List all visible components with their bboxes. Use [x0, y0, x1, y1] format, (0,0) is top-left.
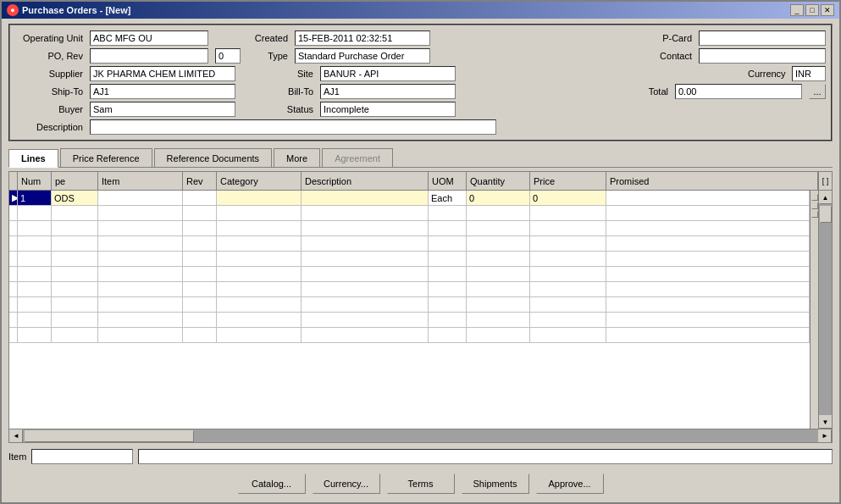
cell-num-1[interactable]: 1 [18, 191, 52, 205]
table-row[interactable] [9, 267, 810, 282]
minimize-button[interactable]: _ [790, 4, 804, 16]
tab-agreement: Agreement [322, 148, 393, 167]
col-rev-header: Rev [183, 172, 217, 190]
catalog-button[interactable]: Catalog... [238, 474, 306, 494]
table-row[interactable]: ▶ 1 ODS Each 0 0 [9, 191, 810, 206]
action-buttons: Catalog... Currency... Terms Shipments A… [8, 470, 833, 497]
shipments-button[interactable]: Shipments [462, 474, 529, 494]
scroll-left-button[interactable]: ◄ [9, 429, 23, 443]
table-row[interactable] [9, 252, 810, 267]
table-header: Num pe Item Rev Category Description UOM… [9, 172, 832, 191]
table-rows: ▶ 1 ODS Each 0 0 [9, 191, 810, 429]
col-price-header: Price [530, 172, 606, 190]
tabs-container: Lines Price Reference Reference Document… [8, 148, 833, 168]
window-title: Purchase Orders - [New] [22, 5, 130, 15]
contact-label: Contact [655, 51, 692, 61]
total-label: Total [631, 86, 668, 97]
cell-rev-1[interactable] [183, 191, 217, 205]
cell-item-1[interactable] [98, 191, 183, 205]
main-content: Operating Unit Created P-Card PO, Rev Ty… [2, 19, 839, 502]
table-row[interactable] [9, 282, 810, 297]
cell-category-1[interactable] [217, 191, 302, 205]
cell-promised-1[interactable] [606, 191, 810, 205]
table-row[interactable] [9, 313, 810, 328]
supplier-label: Supplier [15, 69, 83, 79]
close-button[interactable]: ✕ [821, 4, 834, 16]
buyer-label: Buyer [15, 104, 83, 114]
col-quantity-header: Quantity [467, 172, 530, 190]
po-rev-input[interactable] [90, 48, 208, 64]
site-input[interactable] [320, 66, 456, 81]
item-desc-input[interactable] [138, 449, 833, 464]
title-bar: ● Purchase Orders - [New] _ □ ✕ [2, 2, 839, 19]
table-container: Num pe Item Rev Category Description UOM… [8, 171, 833, 443]
type-label: Type [247, 51, 288, 61]
cell-quantity-1[interactable]: 0 [467, 191, 530, 205]
operating-unit-label: Operating Unit [15, 33, 83, 43]
pcard-input[interactable] [699, 30, 826, 46]
site-label: Site [273, 69, 313, 79]
buyer-input[interactable] [90, 102, 235, 117]
table-body: ▶ 1 ODS Each 0 0 [9, 191, 832, 429]
contact-input[interactable] [699, 48, 826, 64]
scroll-thumb[interactable] [820, 206, 832, 223]
col-description-header: Description [302, 172, 429, 190]
currency-input[interactable] [792, 66, 826, 81]
item-input[interactable] [31, 449, 133, 464]
hscroll-track[interactable] [23, 429, 818, 443]
cell-price-1[interactable]: 0 [530, 191, 606, 205]
ship-to-input[interactable] [90, 84, 235, 99]
tab-price-reference[interactable]: Price Reference [60, 148, 152, 167]
po-rev-num-input[interactable] [215, 48, 241, 64]
bill-to-input[interactable] [320, 84, 456, 99]
operating-unit-input[interactable] [90, 30, 208, 46]
table-row[interactable] [9, 206, 810, 221]
col-promised-header: Promised [606, 172, 818, 190]
columns-button[interactable]: [ ] [818, 172, 832, 190]
description-input[interactable] [90, 119, 496, 135]
total-button[interactable]: ... [809, 84, 826, 99]
total-input [675, 84, 802, 99]
bill-to-label: Bill-To [273, 86, 313, 97]
currency-button[interactable]: Currency... [313, 474, 380, 494]
supplier-input[interactable] [90, 66, 235, 81]
tab-reference-documents[interactable]: Reference Documents [154, 148, 272, 167]
type-input[interactable] [295, 48, 430, 64]
col-num-header: Num [18, 172, 52, 190]
created-input [295, 30, 430, 46]
table-row[interactable] [9, 236, 810, 252]
horizontal-scrollbar: ◄ ► [9, 429, 832, 442]
side-handles [810, 191, 818, 429]
col-item-header: Item [98, 172, 183, 190]
status-label: Status [273, 104, 313, 114]
cell-description-1[interactable] [302, 191, 429, 205]
cell-type-1[interactable]: ODS [52, 191, 98, 205]
col-category-header: Category [217, 172, 302, 190]
item-label: Item [8, 451, 26, 462]
table-row[interactable] [9, 297, 810, 313]
table-row[interactable] [9, 328, 810, 343]
status-input [320, 102, 456, 117]
side-handle-2[interactable] [811, 202, 818, 209]
col-uom-header: UOM [429, 172, 467, 190]
scroll-up-button[interactable]: ▲ [819, 191, 833, 204]
scroll-right-button[interactable]: ► [818, 429, 832, 443]
col-type-header: pe [52, 172, 98, 190]
hscroll-thumb[interactable] [25, 430, 194, 442]
ship-to-label: Ship-To [15, 86, 83, 97]
side-handle-1[interactable] [811, 194, 818, 201]
table-row[interactable] [9, 221, 810, 236]
vertical-scrollbar: ▲ ▼ [818, 191, 832, 429]
currency-label: Currency [748, 69, 785, 79]
tab-lines[interactable]: Lines [8, 149, 58, 168]
tab-more[interactable]: More [274, 148, 320, 167]
cell-uom-1[interactable]: Each [429, 191, 467, 205]
scroll-down-button[interactable]: ▼ [819, 415, 833, 429]
side-handle-3[interactable] [811, 211, 818, 218]
scroll-track[interactable] [819, 204, 833, 415]
approve-button[interactable]: Approve... [536, 474, 604, 494]
created-label: Created [247, 33, 288, 43]
pcard-label: P-Card [655, 33, 692, 43]
terms-button[interactable]: Terms [387, 474, 455, 494]
maximize-button[interactable]: □ [805, 4, 819, 16]
